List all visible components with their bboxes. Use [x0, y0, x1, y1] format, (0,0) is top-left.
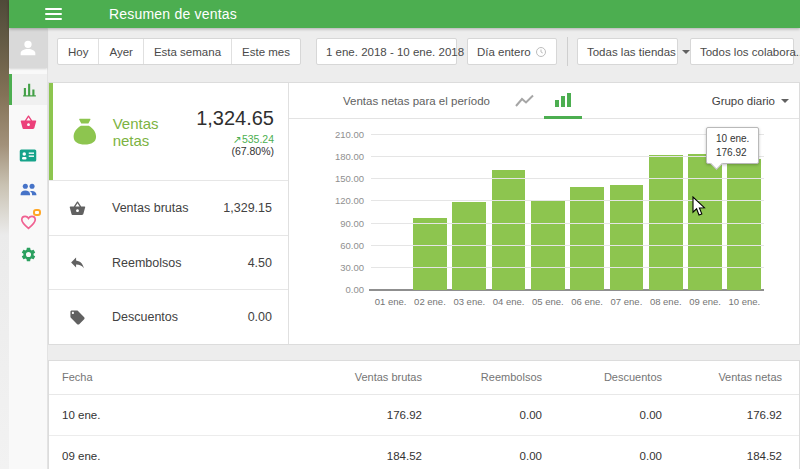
net-sales-metric[interactable]: Ventas netas 1,324.65 ↗535.24 (67.80%)	[49, 83, 288, 180]
chevron-down-icon	[781, 99, 789, 103]
stores-dropdown[interactable]: Todas las tiendas	[577, 38, 678, 65]
discounts-value: 0.00	[248, 310, 272, 324]
x-tick-label: 06 ene.	[567, 296, 606, 307]
table-cell: 09 ene.	[49, 435, 319, 469]
basket-icon	[20, 114, 37, 131]
y-tick-label: 210.00	[319, 129, 364, 140]
trend-up-arrow-icon: ↗	[233, 133, 242, 145]
x-tick-label: 07 ene.	[607, 296, 646, 307]
table-cell: 0.00	[439, 435, 559, 469]
y-tick-label: 30.00	[319, 262, 364, 273]
gridline	[371, 223, 764, 224]
sales-summary-card: Ventas netas 1,324.65 ↗535.24 (67.80%) V…	[48, 82, 800, 345]
bar-chart-icon	[21, 81, 38, 98]
money-bag-icon	[69, 115, 101, 149]
x-tick-label: 01 ene.	[371, 296, 410, 307]
refunds-label: Reembolsos	[112, 256, 181, 270]
y-tick-label: 90.00	[319, 218, 364, 229]
discounts-row[interactable]: Descuentos 0.00	[49, 289, 288, 344]
tag-icon	[69, 309, 86, 326]
summary-metrics-panel: Ventas netas 1,324.65 ↗535.24 (67.80%) V…	[49, 83, 289, 344]
id-card-icon	[19, 148, 37, 163]
table-row: 09 ene.184.520.000.00184.52	[49, 435, 799, 469]
x-tick-label: 05 ene.	[528, 296, 567, 307]
x-tick-label: 10 ene.	[725, 296, 764, 307]
x-axis-labels: 01 ene.02 ene.03 ene.04 ene.05 ene.06 en…	[371, 296, 764, 307]
avatar[interactable]	[9, 28, 47, 68]
sidebar	[9, 28, 48, 469]
basket-icon	[69, 200, 86, 217]
sidebar-item-reports[interactable]	[9, 74, 47, 105]
bar-04 ene.[interactable]	[492, 170, 526, 290]
y-tick-label: 180.00	[319, 151, 364, 162]
table-header-cell: Fecha	[49, 361, 319, 394]
table-cell: 184.52	[319, 435, 439, 469]
employees-dropdown-value: Todos los colabora...	[700, 46, 800, 58]
main-content: Hoy Ayer Esta semana Este mes 1 ene. 201…	[48, 28, 800, 469]
group-by-dropdown[interactable]: Grupo diario	[712, 83, 789, 119]
chart-tooltip: 10 ene. 176.92	[706, 127, 759, 164]
x-tick-label: 08 ene.	[646, 296, 685, 307]
chevron-down-icon	[682, 50, 690, 54]
tooltip-label: 10 ene.	[716, 132, 749, 146]
x-tick-label: 03 ene.	[450, 296, 489, 307]
table-cell: 176.92	[679, 394, 799, 435]
chart-header: Ventas netas para el período Grupo diari…	[289, 83, 799, 119]
sidebar-item-customers[interactable]	[9, 173, 47, 204]
daily-sales-table: FechaVentas brutasReembolsosDescuentosVe…	[49, 361, 799, 469]
bar-02 ene.[interactable]	[413, 218, 447, 290]
table-header-cell: Reembolsos	[439, 361, 559, 394]
employees-dropdown[interactable]: Todos los colabora...	[690, 38, 794, 65]
table-cell: 0.00	[439, 394, 559, 435]
y-tick-label: 0.00	[319, 284, 364, 295]
range-this-month-button[interactable]: Este mes	[231, 39, 300, 64]
bar-06 ene.[interactable]	[570, 187, 604, 290]
chart-type-toggles	[506, 83, 582, 119]
date-range-value: 1 ene. 2018 - 10 ene. 2018	[326, 46, 464, 58]
gross-sales-value: 1,329.15	[223, 201, 272, 215]
sidebar-item-settings[interactable]	[9, 239, 47, 270]
refunds-row[interactable]: Reembolsos 4.50	[49, 235, 288, 290]
toolbar: Hoy Ayer Esta semana Este mes 1 ene. 201…	[57, 38, 794, 65]
line-chart-icon	[514, 93, 536, 109]
x-tick-label: 02 ene.	[410, 296, 449, 307]
background-photo-strip	[0, 0, 9, 469]
app-header: Resumen de ventas	[9, 0, 800, 28]
sidebar-item-loyalty[interactable]	[9, 206, 47, 237]
tooltip-value: 176.92	[716, 146, 749, 160]
bar-chart-toggle[interactable]	[544, 83, 582, 119]
range-this-week-button[interactable]: Esta semana	[143, 39, 231, 64]
table-cell: 184.52	[679, 435, 799, 469]
toolbar-divider	[567, 37, 568, 66]
bar-03 ene.[interactable]	[452, 202, 486, 290]
people-icon	[19, 182, 38, 196]
net-sales-label: Ventas netas	[113, 115, 194, 149]
date-range-picker[interactable]: 1 ene. 2018 - 10 ene. 2018	[316, 38, 457, 65]
table-header-cell: Ventas brutas	[319, 361, 439, 394]
gross-sales-row[interactable]: Ventas brutas 1,329.15	[49, 180, 288, 235]
table-header-cell: Descuentos	[559, 361, 679, 394]
day-filter-button[interactable]: Día entero	[467, 38, 557, 65]
gross-sales-label: Ventas brutas	[112, 201, 188, 215]
gridline	[371, 267, 764, 268]
refunds-value: 4.50	[248, 256, 272, 270]
user-icon	[17, 37, 39, 59]
net-sales-delta: ↗535.24 (67.80%)	[193, 133, 274, 157]
gridline	[371, 200, 764, 201]
sidebar-item-items[interactable]	[9, 107, 47, 138]
chart-panel: Ventas netas para el período Grupo diari…	[289, 83, 799, 344]
gridline	[371, 245, 764, 246]
gear-icon	[20, 246, 37, 263]
table-cell: 0.00	[559, 435, 679, 469]
hamburger-menu-icon[interactable]	[45, 8, 62, 20]
net-sales-value: 1,324.65	[193, 107, 274, 130]
y-tick-label: 150.00	[319, 173, 364, 184]
range-yesterday-button[interactable]: Ayer	[98, 39, 142, 64]
range-today-button[interactable]: Hoy	[58, 39, 98, 64]
table-cell: 0.00	[559, 394, 679, 435]
line-chart-toggle[interactable]	[506, 83, 544, 119]
heart-icon	[20, 214, 37, 230]
delta-percent: (67.80%)	[231, 145, 274, 157]
table-header-cell: Ventas netas	[679, 361, 799, 394]
sidebar-item-employees[interactable]	[9, 140, 47, 171]
